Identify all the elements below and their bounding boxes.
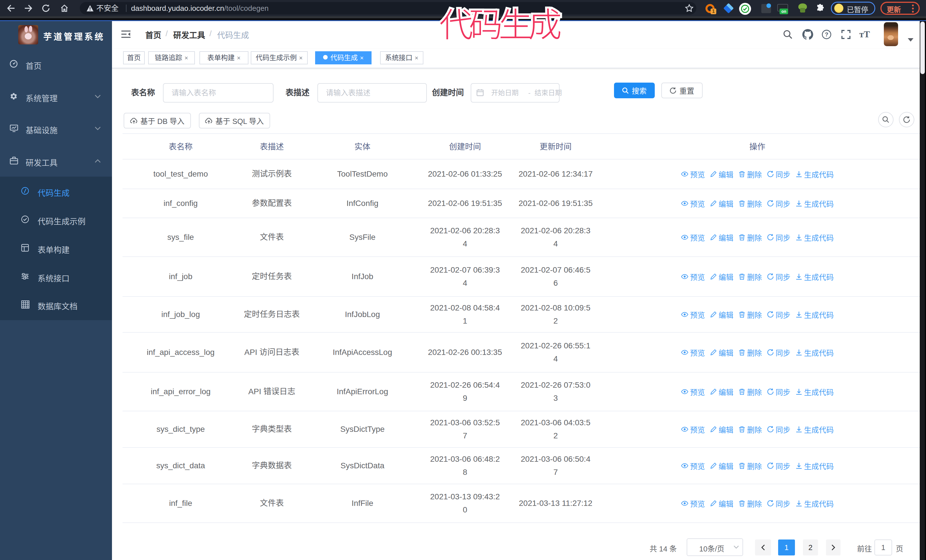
- svg-text:?: ?: [825, 31, 828, 38]
